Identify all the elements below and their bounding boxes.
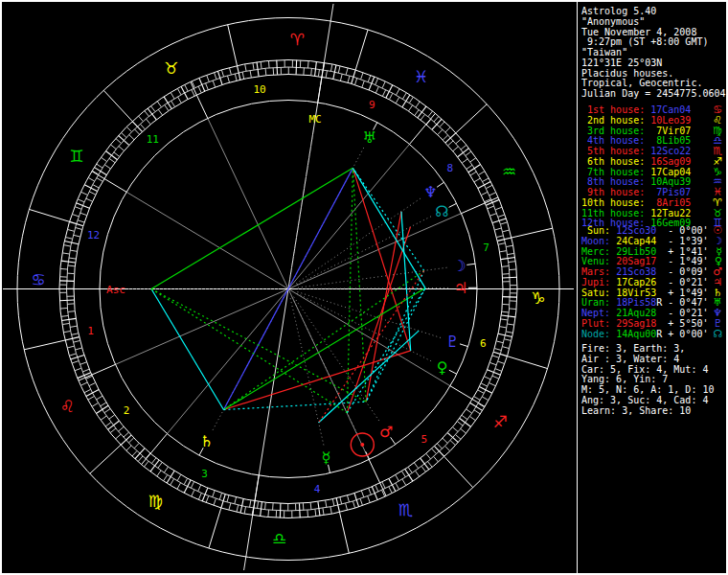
degree-tick [78, 220, 84, 222]
degree-tick [498, 243, 505, 245]
degree-tick [70, 326, 77, 327]
house-cusp-value: 8Ari05 [650, 197, 691, 208]
planet-label: Jupi: [581, 277, 616, 288]
mars-icon: ♂ [379, 423, 393, 441]
zodiac-sign-icon: ♉ [164, 58, 178, 78]
degree-tick [75, 348, 81, 350]
degree-tick [458, 149, 469, 157]
degree-tick [299, 503, 300, 518]
degree-tick [402, 95, 410, 107]
degree-tick [134, 129, 139, 134]
degree-tick [466, 409, 472, 413]
stats-line: Learn: 3, Share: 10 [581, 406, 714, 417]
degree-tick [177, 97, 181, 103]
planet-position-value: 20Sag17 [616, 256, 656, 266]
degree-tick [126, 446, 131, 450]
degree-tick [62, 253, 69, 254]
degree-tick [409, 97, 413, 103]
degree-tick [75, 207, 81, 210]
sign-boundary [444, 456, 473, 487]
pluto-icon: ♇ [445, 333, 459, 351]
planet-position-value: 24Cap44 [616, 236, 656, 246]
degree-tick [80, 213, 87, 216]
zodiac-sign-icon: ♐ [493, 412, 508, 431]
degree-tick [368, 75, 371, 81]
degree-tick [235, 497, 237, 504]
degree-tick [481, 383, 488, 386]
sign-boundary [507, 356, 547, 369]
house-label: 4th house: [581, 135, 650, 146]
degree-tick [457, 422, 463, 426]
degree-tick [428, 111, 433, 117]
chart-info-line: Julian Day = 2454775.0604 [581, 89, 726, 100]
planet-label: Moon: [581, 236, 616, 246]
planet-label: Nept: [581, 308, 616, 318]
degree-tick [237, 505, 239, 512]
degree-tick [437, 444, 442, 448]
sun-icon [360, 443, 364, 447]
degree-tick [466, 151, 471, 156]
degree-tick [408, 467, 412, 472]
planet-label: Sun: [581, 225, 616, 236]
degree-tick [60, 308, 67, 309]
degree-tick [244, 507, 245, 514]
degree-tick [415, 109, 419, 115]
degree-tick [132, 451, 137, 456]
planet-travel-value: + 0°00' [662, 329, 708, 339]
degree-tick [146, 119, 150, 125]
house-cusp-spoke [253, 475, 260, 515]
degree-tick [110, 145, 116, 150]
zodiac-sign-icon: ♈ [290, 30, 305, 49]
zodiac-sign-icon: ♌ [60, 397, 75, 416]
sign-boundary [512, 228, 553, 238]
planet-travel-value: - 0°21' [662, 308, 708, 318]
degree-tick [167, 471, 174, 483]
degree-tick [323, 508, 324, 515]
degree-tick [157, 471, 161, 476]
degree-tick [81, 192, 88, 195]
house-label: 3rd house: [581, 126, 650, 136]
zodiac-sign-icon: ♍ [148, 492, 163, 511]
degree-tick [109, 158, 115, 162]
degree-tick [268, 510, 269, 517]
degree-tick [67, 346, 74, 348]
degree-tick [498, 215, 505, 217]
degree-tick [414, 463, 418, 469]
degree-tick [140, 124, 145, 129]
degree-tick [213, 491, 216, 497]
degree-tick [250, 500, 251, 507]
house-number: 2 [124, 404, 130, 417]
degree-tick [84, 389, 91, 392]
degree-tick [214, 498, 216, 505]
degree-tick [261, 61, 262, 68]
degree-tick [353, 501, 354, 508]
jupiter-icon: ♃ [454, 279, 467, 297]
degree-tick [88, 177, 95, 181]
degree-tick [496, 341, 503, 343]
house-cusp-value: 17Cap04 [650, 167, 691, 177]
degree-tick [330, 64, 331, 71]
house-cusp-spoke [92, 172, 126, 193]
planet-position-value: 29Sag18 [616, 318, 656, 329]
degree-tick [421, 467, 426, 472]
degree-tick [474, 410, 480, 414]
planet-position-value: 29Lib50 [616, 246, 656, 257]
planet-position-value: 14Aqu00 [616, 329, 656, 339]
degree-tick [109, 415, 115, 419]
degree-tick [97, 164, 102, 168]
degree-tick [177, 88, 181, 95]
degree-tick [138, 116, 143, 122]
degree-tick [61, 315, 68, 316]
degree-tick [185, 84, 188, 91]
degree-tick [478, 403, 484, 407]
degree-tick [157, 102, 161, 107]
planet-position-value: 18Pis58 [616, 297, 656, 308]
house-label: 11th house: [581, 208, 650, 218]
degree-tick [171, 92, 174, 98]
degree-tick [448, 141, 454, 146]
aspect-line-sextile [353, 168, 423, 270]
degree-tick [506, 245, 512, 246]
degree-tick [101, 416, 106, 420]
degree-tick [486, 185, 492, 188]
degree-tick [104, 165, 110, 169]
